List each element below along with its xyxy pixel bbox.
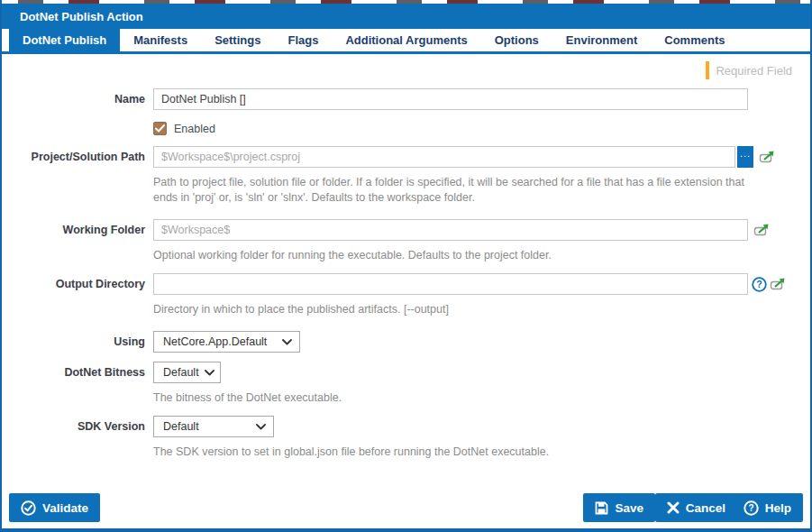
output-directory-help: Directory in which to place the publishe… <box>153 302 802 317</box>
tab-bar: DotNet Publish Manifests Settings Flags … <box>2 29 810 54</box>
save-button[interactable]: Save <box>583 493 655 522</box>
help-label: Help <box>765 501 791 515</box>
help-button[interactable]: ? Help <box>732 493 803 522</box>
cancel-x-icon <box>667 501 680 514</box>
field-help-icon[interactable]: ? <box>752 277 767 292</box>
save-label: Save <box>615 501 643 515</box>
browse-button[interactable]: ... <box>737 146 753 168</box>
required-field-legend: Required Field <box>706 61 792 79</box>
tab-flags[interactable]: Flags <box>274 29 332 51</box>
working-folder-help: Optional working folder for running the … <box>153 248 802 263</box>
enabled-label: Enabled <box>174 123 215 135</box>
svg-text:?: ? <box>748 503 753 513</box>
project-path-help: Path to project file, solution file or f… <box>153 175 810 206</box>
insert-variable-icon[interactable] <box>770 277 787 291</box>
tab-dotnet-publish[interactable]: DotNet Publish <box>9 29 120 51</box>
name-input[interactable] <box>153 88 748 110</box>
chevron-down-icon <box>282 339 292 345</box>
sdk-version-select-value: Default <box>163 420 199 433</box>
using-select[interactable]: NetCore.App.Default <box>153 331 300 353</box>
save-floppy-icon <box>595 501 608 515</box>
project-path-label: Project/Solution Path <box>2 146 153 168</box>
dialog-footer: Validate Save Cancel <box>2 487 810 528</box>
output-directory-label: Output Directory <box>2 273 153 295</box>
working-folder-input[interactable] <box>153 219 748 241</box>
sdk-version-help: The SDK version to set in global.json fi… <box>153 445 802 460</box>
bitness-label: DotNet Bitness <box>2 362 153 383</box>
validate-button[interactable]: Validate <box>9 493 100 522</box>
validate-label: Validate <box>42 501 88 515</box>
tab-options[interactable]: Options <box>481 29 552 51</box>
project-path-input[interactable] <box>153 146 735 168</box>
enabled-checkbox[interactable] <box>153 122 167 135</box>
required-field-bar <box>706 61 709 79</box>
output-directory-input[interactable] <box>153 273 748 295</box>
svg-text:?: ? <box>756 279 762 289</box>
required-field-label: Required Field <box>716 64 792 78</box>
working-folder-label: Working Folder <box>2 219 153 241</box>
help-question-icon: ? <box>744 500 759 516</box>
tab-additional-arguments[interactable]: Additional Arguments <box>332 29 480 51</box>
sdk-version-label: SDK Version <box>2 416 153 437</box>
bitness-select-value: Default <box>163 366 199 379</box>
tab-environment[interactable]: Environment <box>552 29 651 51</box>
cancel-label: Cancel <box>686 501 725 515</box>
bitness-help: The bitness of the DotNet executable. <box>153 390 802 406</box>
dialog-title: DotNet Publish Action <box>20 10 143 23</box>
insert-variable-icon[interactable] <box>759 150 776 164</box>
chevron-down-icon <box>256 424 266 430</box>
tab-comments[interactable]: Comments <box>651 29 738 51</box>
dialog-titlebar: DotNet Publish Action <box>2 4 810 29</box>
validate-check-icon <box>21 500 36 516</box>
chevron-down-icon <box>205 370 214 376</box>
using-select-value: NetCore.App.Default <box>163 335 267 348</box>
form-content: Required Field Name Enabled Project <box>2 54 810 460</box>
check-icon <box>155 124 165 133</box>
bitness-select[interactable]: Default <box>153 362 221 383</box>
insert-variable-icon[interactable] <box>753 223 771 237</box>
tab-settings[interactable]: Settings <box>201 29 274 51</box>
tab-manifests[interactable]: Manifests <box>120 29 201 51</box>
cancel-button[interactable]: Cancel <box>655 493 737 522</box>
name-label: Name <box>2 88 153 110</box>
using-label: Using <box>2 331 153 353</box>
sdk-version-select[interactable]: Default <box>153 416 274 437</box>
dotnet-publish-action-dialog: DotNet Publish Action DotNet Publish Man… <box>0 0 812 532</box>
